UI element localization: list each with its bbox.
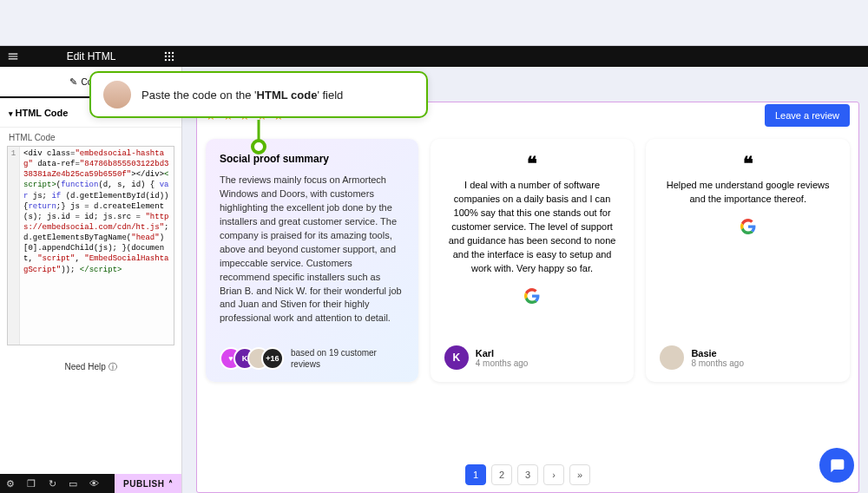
chat-fab[interactable] (819, 448, 854, 483)
callout-pointer-dot (251, 139, 266, 154)
svg-point-0 (165, 52, 167, 54)
quote-icon: ❝ (660, 153, 836, 175)
cards-row: Social proof summary The reviews mainly … (206, 139, 850, 382)
svg-point-6 (165, 59, 167, 61)
avatar-stack: ♥ K +16 (220, 347, 284, 370)
left-panel: ✎ Content HTML Code HTML Code 1 <div cla… (0, 67, 182, 493)
page-button[interactable]: 3 (517, 464, 538, 485)
quote-icon: ❝ (444, 153, 621, 175)
svg-point-7 (168, 59, 170, 61)
code-gutter: 1 (8, 147, 20, 345)
page-last-button[interactable]: » (569, 464, 590, 485)
avatar-more: +16 (261, 347, 284, 370)
html-code-input[interactable]: 1 <div class="embedsocial-hashtag" data-… (7, 146, 174, 345)
svg-point-5 (172, 56, 174, 57)
reviewer-name: Karl (476, 348, 529, 358)
summary-based-on: based on 19 customer reviews (291, 347, 404, 370)
instruction-callout: Paste the code on the 'HTML code' field (89, 71, 428, 118)
review-text: I deal with a number of software compani… (444, 179, 621, 276)
preview-area: ★ ★ ★ ★ ★ Leave a review Social proof su… (182, 67, 868, 493)
summary-card: Social proof summary The reviews mainly … (206, 139, 418, 382)
callout-text: Paste the code on the 'HTML code' field (141, 89, 343, 102)
leave-review-button[interactable]: Leave a review (765, 104, 850, 127)
pencil-icon: ✎ (69, 76, 77, 88)
preview-surface: ★ ★ ★ ★ ★ Leave a review Social proof su… (196, 102, 859, 493)
instructor-avatar (103, 81, 131, 108)
page-button[interactable]: 2 (491, 464, 512, 485)
eye-icon[interactable]: 👁 (83, 478, 104, 489)
help-icon: ⓘ (108, 362, 117, 371)
summary-body: The reviews mainly focus on Armortech Wi… (220, 174, 404, 325)
page-next-button[interactable]: › (543, 464, 564, 485)
google-icon (740, 219, 756, 234)
google-icon (524, 288, 540, 304)
bottom-toolbar: ⚙ ❒ ↻ ▭ 👁 PUBLISH ˄ (0, 474, 181, 493)
history-icon[interactable]: ↻ (42, 478, 62, 490)
svg-point-8 (172, 59, 174, 61)
window-titlebar: Edit HTML (0, 46, 868, 67)
svg-point-4 (168, 56, 170, 57)
reviewer-time: 8 months ago (691, 358, 744, 368)
review-card: ❝ I deal with a number of software compa… (431, 139, 635, 382)
chevron-up-icon: ˄ (168, 479, 174, 489)
reviewer-name: Basie (691, 348, 744, 358)
svg-point-1 (168, 52, 170, 54)
pagination: 1 2 3 › » (465, 464, 590, 485)
reviewer-avatar (660, 345, 684, 370)
chat-icon (828, 457, 845, 474)
reviewer-time: 4 months ago (476, 358, 529, 368)
review-text: Helped me understand google reviews and … (660, 179, 836, 207)
page-button[interactable]: 1 (465, 464, 486, 485)
field-label-html-code: HTML Code (0, 128, 181, 146)
publish-button[interactable]: PUBLISH ˄ (115, 474, 181, 493)
window-title: Edit HTML (26, 50, 156, 62)
summary-title: Social proof summary (220, 153, 404, 165)
svg-point-2 (172, 52, 174, 54)
svg-point-3 (165, 56, 167, 57)
gear-icon[interactable]: ⚙ (0, 478, 21, 490)
layers-icon[interactable]: ❒ (21, 478, 42, 490)
apps-grid-icon[interactable] (156, 50, 182, 63)
need-help-link[interactable]: Need Help ⓘ (0, 345, 181, 389)
device-icon[interactable]: ▭ (62, 478, 83, 490)
code-content[interactable]: <div class="embedsocial-hashtag" data-re… (20, 147, 174, 345)
hamburger-menu-icon[interactable] (0, 50, 26, 63)
reviewer-avatar: K (444, 345, 469, 370)
review-card: ❝ Helped me understand google reviews an… (646, 139, 850, 382)
